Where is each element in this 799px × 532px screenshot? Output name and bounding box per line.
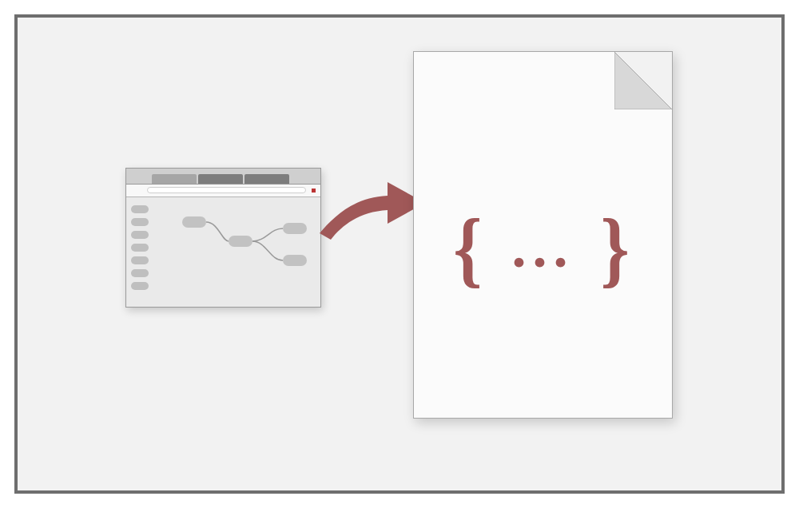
address-bar [126, 185, 320, 197]
browser-body [126, 197, 320, 307]
browser-tab [152, 174, 197, 184]
arrow-right-icon [313, 177, 429, 257]
diagram-frame: { ... } [14, 14, 785, 494]
browser-tab [198, 174, 243, 184]
page-fold-icon [614, 52, 672, 109]
brace-right: } [601, 206, 633, 291]
browser-tab [244, 174, 289, 184]
document-icon: { ... } [413, 51, 673, 419]
ellipsis: ... [507, 216, 579, 280]
json-braces-icon: { ... } [414, 212, 672, 285]
browser-window-icon [125, 168, 321, 308]
brace-left: { [453, 206, 485, 291]
address-field [147, 187, 306, 193]
browser-tabs [126, 169, 320, 185]
